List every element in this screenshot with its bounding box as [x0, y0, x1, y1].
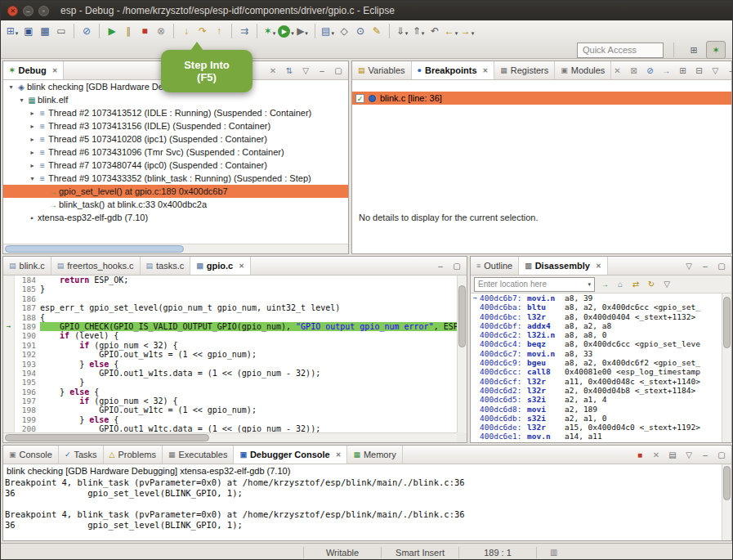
disassembly-row[interactable]: 400dc6bc:l32ra8, 0x400d0404 <_stext+1132…	[471, 312, 722, 321]
debug-button-dropdown-icon[interactable]	[273, 24, 276, 38]
last-edit-location-button[interactable]: ↶	[427, 23, 443, 39]
tab-problems[interactable]: △Problems	[104, 446, 163, 464]
debug-button[interactable]: ✶	[261, 23, 278, 39]
view-menu-icon[interactable]: ▽	[683, 262, 695, 271]
code-line[interactable]: 187esp_err_t gpio_set_level(gpio_num_t g…	[3, 303, 457, 312]
view-menu-icon[interactable]: ▽	[709, 66, 721, 75]
back-button[interactable]: ←	[443, 23, 459, 39]
tree-expander-icon[interactable]	[7, 83, 16, 91]
clear-console-icon[interactable]: ▤	[667, 450, 678, 459]
refresh-icon[interactable]: ↻	[646, 280, 657, 289]
window-maximize-button[interactable]	[38, 6, 49, 16]
tab-variables[interactable]: ▤Variables	[352, 61, 412, 79]
debug-horizontal-scrollbar[interactable]	[3, 244, 348, 253]
code-line[interactable]: 193 } else {	[3, 360, 457, 369]
code-line[interactable]: →189 GPIO_CHECK(GPIO_IS_VALID_OUTPUT_GPI…	[3, 322, 457, 331]
editor-horizontal-scrollbar[interactable]	[3, 432, 457, 442]
tab-console[interactable]: ▣Console	[3, 446, 59, 464]
toggle-mark-occurrences-button[interactable]: ✎	[369, 23, 385, 39]
open-perspective-button[interactable]: ⊞	[684, 41, 704, 59]
remove-launch-icon[interactable]: ✕	[650, 450, 662, 459]
connect-process-icon[interactable]: ⇅	[284, 66, 295, 75]
instruction-stepping-button[interactable]: ⇉	[236, 23, 253, 39]
tab-tasks[interactable]: ✓Tasks	[59, 446, 104, 464]
display-selected-console-icon[interactable]: ▽	[683, 450, 695, 459]
disassembly-row[interactable]: →400dc6b7:movi.na8, 39	[471, 293, 722, 302]
new-wizard-button[interactable]: ⊞	[4, 23, 20, 39]
code-line[interactable]: 190 if (level) {	[3, 331, 457, 340]
collapse-all-icon[interactable]: ⊟	[693, 66, 704, 75]
selected-stack-frame-row[interactable]: →gpio_set_level() at gpio.c:189 0x400dc6…	[3, 185, 348, 198]
next-annotation-button-dropdown-icon[interactable]	[405, 24, 409, 38]
jump-to-pc-icon[interactable]: →	[599, 280, 610, 289]
minimize-icon[interactable]: –	[699, 262, 711, 271]
code-editor[interactable]: 184 return ESP_OK;185}186187esp_err_t gp…	[3, 276, 457, 432]
run-button[interactable]: ▶	[278, 23, 294, 39]
external-tools-button[interactable]: ▶	[294, 23, 311, 39]
maximize-icon[interactable]: ▢	[716, 262, 727, 271]
tab-outline[interactable]: ≡Outline	[471, 257, 519, 275]
code-line[interactable]: 197 if (gpio_num < 32) {	[3, 396, 457, 405]
tab-blink-c[interactable]: ▤blink.c	[3, 257, 51, 275]
maximize-icon[interactable]: ▢	[716, 450, 727, 459]
disassembly-row[interactable]: 400dc6c2:l32i.na8, a8, 0	[471, 330, 722, 339]
code-line[interactable]: 192 GPIO.out_w1ts = (1 << gpio_num);	[3, 350, 457, 359]
maximize-icon[interactable]: ▢	[451, 262, 463, 271]
print-button[interactable]: ▭	[53, 23, 69, 39]
window-close-button[interactable]	[7, 6, 18, 16]
code-line[interactable]: 199 } else {	[3, 415, 457, 424]
tree-expander-icon[interactable]	[28, 175, 37, 182]
quick-access-input[interactable]: Quick Access	[577, 43, 664, 58]
tab-tasks-c[interactable]: ▤tasks.c	[141, 257, 191, 275]
resume-button[interactable]: ▶	[104, 23, 120, 39]
new-source-file-button[interactable]: ▤	[320, 23, 336, 39]
location-dropdown-icon[interactable]	[588, 277, 591, 291]
console-vertical-scrollbar[interactable]	[722, 464, 731, 540]
step-return-button[interactable]: ↑	[211, 23, 227, 39]
disassembly-row[interactable]: 400dc6ba:bltua8, a2, 0x400dc6cc <gpio_se…	[471, 302, 722, 311]
tree-expander-icon[interactable]	[28, 162, 37, 169]
go-to-file-icon[interactable]: →	[660, 66, 672, 75]
tree-row[interactable]: ▪xtensa-esp32-elf-gdb (7.10)	[3, 211, 348, 224]
disassembly-row[interactable]: 400dc6de:l32ra15, 0x400d04c0 <_stext+119…	[471, 423, 722, 432]
step-over-button[interactable]: ↷	[194, 23, 211, 39]
tab-breakpoints[interactable]: ●Breakpoints	[412, 61, 495, 79]
disassembly-row[interactable]: 400dc6c9:bgeua8, a2, 0x400dc6f2 <gpio_se…	[471, 358, 722, 367]
tree-row[interactable]: ≡Thread #2 1073413512 (IDLE : Running) (…	[3, 106, 348, 119]
breakpoint-checkbox[interactable]	[355, 94, 364, 103]
minimize-icon[interactable]: –	[699, 450, 711, 459]
tree-row[interactable]: ▦blink.elf	[3, 93, 348, 106]
remove-breakpoint-icon[interactable]: ✕	[611, 66, 623, 75]
skip-all-breakpoints-button[interactable]: ⊘	[78, 23, 95, 39]
save-button[interactable]: ▣	[20, 23, 37, 39]
search-button[interactable]: ⊙	[352, 23, 369, 39]
tree-row[interactable]: ≡Thread #5 1073410208 (ipc1) (Suspended …	[3, 132, 348, 146]
next-annotation-button[interactable]: ⇓	[394, 23, 410, 39]
disassembly-row[interactable]: 400dc6d5:s32ia2, a1, 4	[471, 395, 722, 404]
disassembly-row[interactable]: 400dc6cf:l32ra11, 0x400d048c <_stext+114…	[471, 377, 722, 386]
code-line[interactable]: 186	[3, 294, 457, 303]
editor-vertical-scrollbar[interactable]	[457, 276, 467, 432]
tree-row[interactable]: ≡Thread #9 1073433352 (blink_task : Runn…	[3, 172, 348, 185]
code-line[interactable]: 188{	[3, 313, 457, 322]
minimize-icon[interactable]: –	[316, 66, 328, 75]
minimize-icon[interactable]: –	[435, 262, 446, 271]
forward-button-dropdown-icon[interactable]	[472, 24, 475, 38]
home-icon[interactable]: ⌂	[615, 280, 626, 289]
tree-row[interactable]: ≡Thread #6 1073431096 (Tmr Svc) (Suspend…	[3, 146, 348, 159]
window-minimize-button[interactable]	[23, 6, 34, 16]
breakpoint-row[interactable]: blink.c [line: 36]	[352, 92, 731, 105]
disassembly-row[interactable]: 400dc6bf:addx4a8, a2, a8	[471, 321, 722, 330]
code-line[interactable]: 185}	[3, 284, 457, 293]
disassembly-vertical-scrollbar[interactable]	[722, 293, 731, 442]
tab-debug[interactable]: ✶Debug	[3, 61, 64, 79]
tab-debugger-console[interactable]: ▣Debugger Console	[234, 446, 347, 464]
tab-disassembly[interactable]: ▥Disassembly	[519, 257, 607, 275]
maximize-icon[interactable]: ▢	[333, 66, 344, 75]
code-line[interactable]: 196 } else {	[3, 388, 457, 396]
tree-row[interactable]: ≡Thread #7 1073480744 (ipc0) (Suspended …	[3, 159, 348, 172]
save-all-button[interactable]: ▦	[37, 23, 53, 39]
previous-annotation-button-dropdown-icon[interactable]	[422, 24, 425, 38]
tree-row[interactable]: →blink_task() at blink.c:33 0x400dbc2a	[3, 198, 348, 211]
tab-freertos-hooks-c[interactable]: ▤freertos_hooks.c	[51, 257, 141, 275]
